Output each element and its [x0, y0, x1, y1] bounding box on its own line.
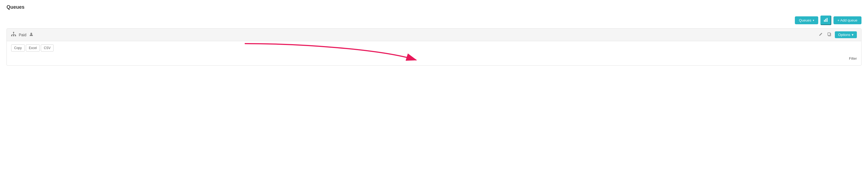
svg-rect-0 [824, 20, 825, 22]
copy-button[interactable] [826, 32, 833, 38]
add-queue-button[interactable]: + Add queue [834, 16, 862, 24]
queue-name: Paid [19, 33, 26, 37]
svg-point-12 [30, 33, 32, 34]
queue-body: Copy Excel CSV Filter [7, 41, 861, 66]
csv-export-button[interactable]: CSV [41, 45, 54, 51]
filter-label: Filter [849, 56, 857, 60]
svg-rect-3 [13, 32, 14, 33]
queues-dropdown-button[interactable]: Queues ▾ [795, 16, 818, 24]
export-buttons: Copy Excel CSV [11, 45, 857, 51]
pencil-button[interactable] [817, 32, 824, 38]
filter-row: Filter [11, 55, 857, 62]
queue-header-left: Paid [11, 32, 33, 38]
svg-rect-4 [11, 35, 12, 36]
svg-rect-1 [825, 19, 826, 22]
toolbar: Queues ▾ + Add queue [6, 16, 862, 25]
queue-header-right: Options ▾ [817, 31, 857, 38]
queue-section: Paid [6, 28, 862, 66]
copy-export-button[interactable]: Copy [11, 45, 25, 51]
queue-header: Paid [7, 29, 861, 41]
excel-export-button[interactable]: Excel [26, 45, 40, 51]
user-icon [29, 32, 33, 38]
svg-rect-6 [15, 35, 16, 36]
queues-caret-icon: ▾ [813, 19, 814, 22]
page-title: Queues [6, 4, 862, 10]
options-caret-icon: ▾ [852, 33, 854, 37]
chart-button[interactable] [820, 16, 831, 25]
svg-rect-2 [827, 18, 828, 22]
bar-chart-icon [824, 19, 828, 23]
svg-rect-14 [828, 33, 830, 35]
pencil-icon [818, 32, 823, 38]
copy-icon [827, 32, 832, 38]
hierarchy-icon [11, 32, 16, 38]
options-button[interactable]: Options ▾ [835, 31, 857, 38]
svg-rect-5 [13, 35, 14, 36]
